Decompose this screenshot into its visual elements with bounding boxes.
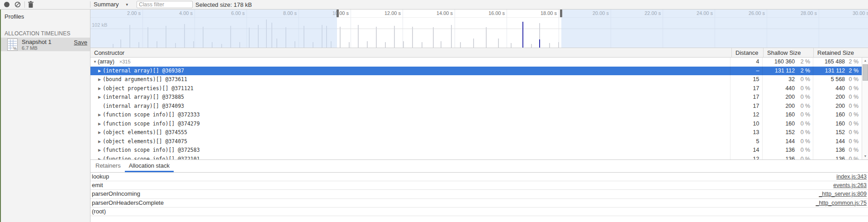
- retained-size-value: 200: [813, 102, 845, 111]
- stack-frame-row[interactable]: (root): [90, 208, 868, 216]
- scrollbar-up-arrow[interactable]: ▲: [862, 58, 868, 63]
- constructor-name: (function scope info)[] @372333: [103, 111, 200, 118]
- perspective-select[interactable]: Summary▼: [94, 0, 129, 9]
- retained-size-percent: 0 %: [845, 137, 862, 146]
- grid-row[interactable]: ▶(object elements)[] @37407551440 %1440 …: [90, 137, 862, 146]
- grid-row[interactable]: ▶(object elements)[] @374555131520 %1520…: [90, 128, 862, 137]
- expand-arrow-icon[interactable]: ▶: [97, 128, 102, 137]
- allocation-bar-freed: [451, 25, 452, 48]
- constructor-name: (object properties)[] @371121: [103, 85, 194, 92]
- block-icon: [14, 1, 21, 8]
- snapshot-title: Snapshot 1: [22, 39, 52, 45]
- delete-profile-button[interactable]: [28, 1, 34, 8]
- frame-source-link[interactable]: index.js:343: [836, 173, 867, 181]
- retained-size-value: 5 568: [813, 75, 845, 84]
- stack-frame-row[interactable]: lookupindex.js:343: [90, 173, 868, 181]
- column-header-distance[interactable]: Distance: [732, 48, 764, 57]
- expand-arrow-icon[interactable]: ▶: [97, 137, 102, 146]
- allocation-bar-freed: [385, 42, 386, 48]
- grid-row[interactable]: ▶(internal array)[] @369387–131 1122 %13…: [90, 67, 862, 76]
- tab-allocation-stack[interactable]: Allocation stack: [125, 160, 174, 172]
- retained-size-percent: 2 %: [845, 67, 862, 76]
- save-link[interactable]: Save: [74, 39, 87, 46]
- frame-function-name: (root): [92, 208, 106, 216]
- allocation-bar-freed: [403, 41, 404, 48]
- stack-frame-row[interactable]: emitevents.js:263: [90, 181, 868, 190]
- grid-vertical-scrollbar[interactable]: ▲ ▼: [862, 58, 868, 159]
- expand-arrow-icon[interactable]: ▶: [97, 146, 102, 155]
- constructor-cell: ▶(function scope info)[] @372101: [90, 155, 730, 160]
- retained-size-percent: 0 %: [845, 102, 862, 111]
- retained-size-value: 160: [813, 111, 845, 120]
- record-button[interactable]: [4, 2, 9, 7]
- class-filter-input[interactable]: [137, 1, 193, 8]
- clear-all-profiles-button[interactable]: [14, 1, 21, 8]
- expand-arrow-icon[interactable]: ▶: [97, 67, 102, 76]
- distance-cell: 15: [730, 75, 763, 84]
- distance-cell: 13: [730, 128, 763, 137]
- shallow-size-value: 136: [763, 155, 795, 160]
- profiles-heading: Profiles: [5, 13, 24, 20]
- selection-handle-right[interactable]: [560, 10, 562, 17]
- constructor-name: (internal array)[] @374093: [103, 103, 184, 109]
- allocation-bar-freed: [486, 27, 487, 48]
- toolbar-separator: [24, 1, 25, 8]
- stack-frame-row[interactable]: parserOnIncoming_http_server.js:809: [90, 190, 868, 198]
- constructor-grid: ▼(array)×3154160 3602 %165 4882 %▶(inter…: [90, 58, 862, 159]
- scrollbar-thumb[interactable]: [863, 64, 868, 81]
- column-header-retained-size[interactable]: Retained Size: [814, 48, 868, 57]
- retained-size-percent: 0 %: [845, 75, 862, 84]
- stack-frame-row[interactable]: parserOnHeadersComplete_http_common.js:7…: [90, 199, 868, 208]
- retained-size-percent: 0 %: [845, 128, 862, 137]
- grid-row[interactable]: ▶(function scope info)[] @374279101600 %…: [90, 120, 862, 129]
- shallow-size-percent: 0 %: [795, 155, 813, 160]
- frame-source-link[interactable]: _http_server.js:809: [819, 190, 867, 198]
- allocation-bar-freed: [549, 43, 550, 48]
- allocation-bar-freed: [558, 42, 559, 48]
- constructor-name: (bound arguments)[] @373611: [103, 76, 187, 82]
- expand-arrow-icon[interactable]: ▶: [97, 120, 102, 129]
- shallow-size-value: 440: [763, 84, 795, 93]
- grid-row[interactable]: (internal array)[] @374093172000 %2000 %: [90, 102, 862, 111]
- selection-handle-left[interactable]: [337, 10, 339, 17]
- column-header-shallow-size[interactable]: Shallow Size: [764, 48, 814, 57]
- retained-size-percent: 0 %: [845, 111, 862, 120]
- grid-row[interactable]: ▶(function scope info)[] @372583141360 %…: [90, 146, 862, 155]
- expand-arrow-icon[interactable]: ▶: [97, 111, 102, 120]
- shallow-size-value: 144: [763, 137, 795, 146]
- constructor-cell: ▶(object properties)[] @371121: [90, 84, 730, 93]
- allocation-timeline-overview[interactable]: 102 kB 2.00 s4.00 s6.00 s8.00 s10.00 s12…: [90, 10, 868, 48]
- tab-retainers[interactable]: Retainers: [91, 160, 125, 172]
- grid-row[interactable]: ▶(internal array)[] @373885172000 %2000 …: [90, 93, 862, 102]
- grid-row[interactable]: ▼(array)×3154160 3602 %165 4882 %: [90, 58, 862, 67]
- timeline-tick-label: 18.00 s: [522, 10, 557, 17]
- expand-arrow-icon[interactable]: ▶: [97, 75, 102, 84]
- shallow-size-percent: 0 %: [795, 146, 813, 155]
- distance-cell: 17: [730, 93, 763, 102]
- distance-cell: –: [730, 67, 763, 76]
- constructor-name: (function scope info)[] @372583: [103, 147, 200, 153]
- allocation-bar-freed: [511, 43, 512, 48]
- column-header-constructor[interactable]: Constructor: [90, 48, 732, 57]
- expand-arrow-icon[interactable]: ▶: [97, 84, 102, 93]
- retained-size-percent: 0 %: [845, 146, 862, 155]
- grid-row[interactable]: ▶(bound arguments)[] @37361115320 %5 568…: [90, 75, 862, 84]
- distance-cell: 10: [730, 120, 763, 129]
- frame-source-link[interactable]: _http_common.js:75: [816, 199, 867, 207]
- grid-row[interactable]: ▶(object properties)[] @371121174400 %44…: [90, 84, 862, 93]
- expand-arrow-icon[interactable]: ▶: [97, 155, 102, 160]
- constructor-name: (internal array)[] @369387: [103, 68, 184, 74]
- scrollbar-down-arrow[interactable]: ▼: [862, 154, 868, 159]
- expand-arrow-icon[interactable]: ▶: [97, 93, 102, 102]
- shallow-size-value: 136: [763, 146, 795, 155]
- constructor-cell: ▶(object elements)[] @374555: [90, 128, 730, 137]
- heap-snapshot-icon: %: [7, 39, 18, 53]
- allocation-bar-freed: [531, 44, 532, 48]
- sidebar-item-snapshot-1[interactable]: % Snapshot 1 6.7 MB Save: [1, 38, 90, 51]
- grid-row[interactable]: ▶(function scope info)[] @372101121360 %…: [90, 155, 862, 160]
- trash-icon: [28, 1, 34, 8]
- grid-row[interactable]: ▶(function scope info)[] @372333121600 %…: [90, 111, 862, 120]
- frame-source-link[interactable]: events.js:263: [833, 181, 867, 189]
- retained-size-value: 440: [813, 84, 845, 93]
- collapse-arrow-icon[interactable]: ▼: [93, 58, 97, 67]
